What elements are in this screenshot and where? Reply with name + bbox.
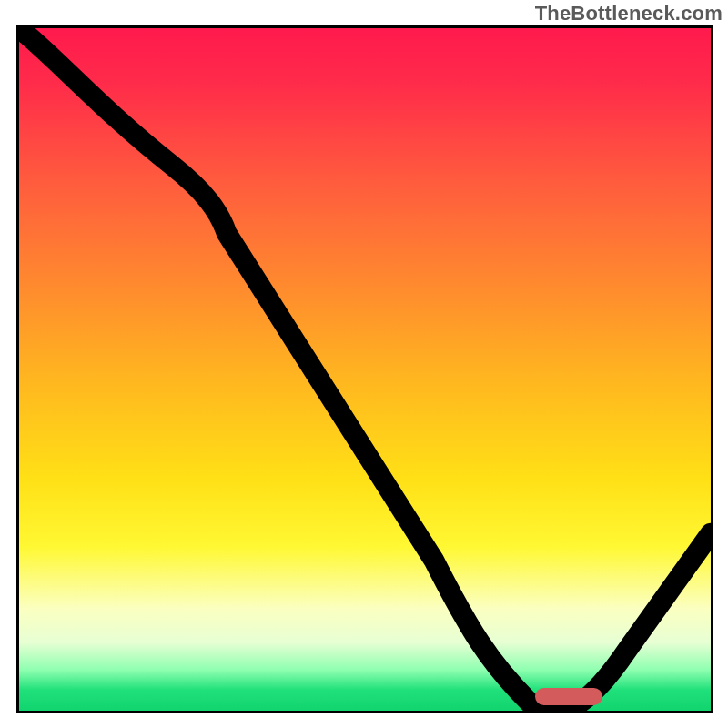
chart-container: TheBottleneck.com <box>0 0 728 728</box>
bottleneck-curve-path <box>19 28 711 707</box>
watermark-label: TheBottleneck.com <box>535 2 723 25</box>
bottleneck-curve <box>19 28 711 711</box>
optimal-range-marker <box>535 688 602 705</box>
plot-area <box>16 25 713 713</box>
